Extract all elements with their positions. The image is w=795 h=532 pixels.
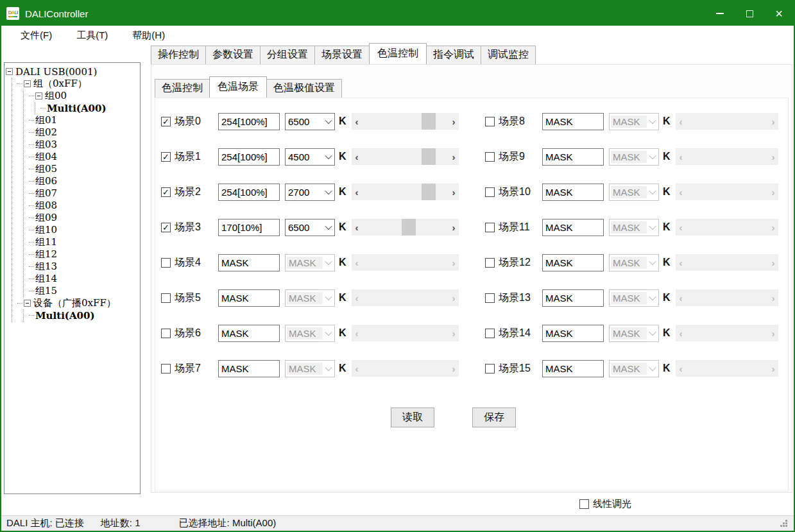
scene-checkbox[interactable]: ✓ xyxy=(161,187,171,197)
scene-value-input[interactable] xyxy=(542,254,604,271)
close-button[interactable]: × xyxy=(764,1,794,26)
scene-temp-select[interactable]: 4500 xyxy=(285,148,335,166)
slider-thumb[interactable] xyxy=(422,184,436,200)
tree-collapse-icon[interactable] xyxy=(24,80,31,87)
tree-node-row[interactable]: Multi(A00) xyxy=(29,309,139,322)
tree-node-row[interactable]: 组02 xyxy=(29,126,139,139)
tree-collapse-icon[interactable] xyxy=(35,92,42,99)
main-tab[interactable]: 操作控制 xyxy=(151,46,206,64)
tree-collapse-icon[interactable] xyxy=(6,68,13,75)
tree-collapse-icon[interactable] xyxy=(24,300,31,307)
main-tab[interactable]: 分组设置 xyxy=(260,46,315,64)
tree-node-label[interactable]: DALI USB(0001) xyxy=(15,66,97,78)
main-tab[interactable]: 色温控制 xyxy=(369,43,427,64)
tree-node-label[interactable]: 设备（广播0xFF） xyxy=(33,297,116,309)
sub-tab[interactable]: 色温控制 xyxy=(155,79,210,98)
scene-value-input[interactable] xyxy=(542,289,604,307)
scene-value-input[interactable] xyxy=(542,113,604,130)
scene-value-input[interactable] xyxy=(218,184,280,201)
tree-node-row[interactable]: Multi(A00) xyxy=(40,102,139,114)
resize-grip[interactable] xyxy=(785,525,787,527)
tree-node-label[interactable]: 组10 xyxy=(35,224,57,236)
scene-slider[interactable]: ‹› xyxy=(352,148,459,165)
tree-node-label[interactable]: 组00 xyxy=(45,90,67,102)
slider-right-arrow[interactable]: › xyxy=(449,184,459,200)
tree-node-label[interactable]: 组14 xyxy=(35,273,57,285)
tree-node-label[interactable]: 组01 xyxy=(35,114,57,126)
tree-node-label[interactable]: Multi(A00) xyxy=(47,103,107,114)
linear-dimming-checkbox[interactable] xyxy=(579,499,589,509)
maximize-button[interactable] xyxy=(735,1,764,26)
tree-node-label[interactable]: 组09 xyxy=(35,212,57,224)
tree-node-row[interactable]: 组13 xyxy=(29,261,139,273)
tree-node-row[interactable]: 组09 xyxy=(29,212,139,224)
main-tab[interactable]: 调试监控 xyxy=(481,46,536,64)
scene-slider[interactable]: ‹› xyxy=(352,113,459,130)
scene-value-input[interactable] xyxy=(218,148,280,166)
tree-node-label[interactable]: 组07 xyxy=(35,187,57,200)
scene-checkbox[interactable] xyxy=(485,258,495,268)
scene-checkbox[interactable] xyxy=(485,152,495,162)
tree-node-row[interactable]: 组08 xyxy=(29,200,139,212)
scene-slider[interactable]: ‹› xyxy=(352,184,459,200)
scene-value-input[interactable] xyxy=(542,148,604,166)
slider-left-arrow[interactable]: ‹ xyxy=(352,184,362,200)
tree-node-label[interactable]: 组15 xyxy=(35,285,57,297)
tree-node-row[interactable]: 组15 xyxy=(29,285,139,297)
tree-node-label[interactable]: 组03 xyxy=(35,139,57,151)
scene-checkbox[interactable]: ✓ xyxy=(161,117,171,126)
tree-node-label[interactable]: 组02 xyxy=(35,126,57,139)
slider-thumb[interactable] xyxy=(422,113,436,130)
scene-checkbox[interactable] xyxy=(485,223,495,232)
tree-node-label[interactable]: 组13 xyxy=(35,261,57,273)
main-tab[interactable]: 参数设置 xyxy=(205,46,261,64)
tree-node-label[interactable]: 组05 xyxy=(35,163,57,175)
tree-node-row[interactable]: DALI USB(0001) xyxy=(6,65,139,78)
scene-checkbox[interactable]: ✓ xyxy=(161,223,171,232)
scene-value-input[interactable] xyxy=(542,184,604,201)
scene-value-input[interactable] xyxy=(218,219,280,236)
slider-right-arrow[interactable]: › xyxy=(449,148,459,165)
tree-node-row[interactable]: 设备（广播0xFF） xyxy=(17,297,139,309)
slider-left-arrow[interactable]: ‹ xyxy=(352,148,362,165)
scene-checkbox[interactable] xyxy=(485,187,495,197)
slider-thumb[interactable] xyxy=(402,219,416,236)
scene-checkbox[interactable] xyxy=(485,293,495,303)
tree-node-label[interactable]: Multi(A00) xyxy=(35,310,95,322)
tree-node-row[interactable]: 组12 xyxy=(29,248,139,261)
scene-temp-select[interactable]: 2700 xyxy=(285,184,335,201)
scene-temp-select[interactable]: 6500 xyxy=(285,113,335,130)
slider-right-arrow[interactable]: › xyxy=(449,219,459,236)
tree-node-row[interactable]: 组06 xyxy=(29,175,139,187)
scene-checkbox[interactable] xyxy=(485,329,495,338)
scene-value-input[interactable] xyxy=(542,219,604,236)
scene-checkbox[interactable] xyxy=(485,117,495,126)
scene-checkbox[interactable] xyxy=(161,258,171,268)
slider-left-arrow[interactable]: ‹ xyxy=(352,219,362,236)
scene-checkbox[interactable] xyxy=(485,364,495,373)
menu-item[interactable]: 帮助(H) xyxy=(124,27,173,44)
tree-node-row[interactable]: 组（0xFF） xyxy=(17,78,139,90)
scene-checkbox[interactable] xyxy=(161,364,171,373)
scene-value-input[interactable] xyxy=(218,289,280,307)
sub-tab[interactable]: 色温极值设置 xyxy=(266,79,342,98)
scene-value-input[interactable] xyxy=(218,360,280,377)
read-button[interactable]: 读取 xyxy=(391,408,434,427)
tree-node-label[interactable]: 组11 xyxy=(35,236,57,248)
slider-thumb[interactable] xyxy=(422,148,436,165)
main-tab[interactable]: 场景设置 xyxy=(314,46,370,64)
scene-slider[interactable]: ‹› xyxy=(352,219,459,236)
tree-node-row[interactable]: 组14 xyxy=(29,273,139,285)
minimize-button[interactable] xyxy=(705,1,735,26)
scene-value-input[interactable] xyxy=(218,254,280,271)
scene-value-input[interactable] xyxy=(542,325,604,342)
tree-node-row[interactable]: 组10 xyxy=(29,224,139,236)
scene-checkbox[interactable]: ✓ xyxy=(161,152,171,162)
tree-node-label[interactable]: 组12 xyxy=(35,248,57,261)
tree-node-row[interactable]: 组05 xyxy=(29,163,139,175)
tree-node-row[interactable]: 组07 xyxy=(29,187,139,200)
menu-item[interactable]: 工具(T) xyxy=(69,27,115,44)
scene-checkbox[interactable] xyxy=(161,293,171,303)
tree-node-row[interactable]: 组00 xyxy=(29,90,139,102)
menu-item[interactable]: 文件(F) xyxy=(13,27,60,44)
